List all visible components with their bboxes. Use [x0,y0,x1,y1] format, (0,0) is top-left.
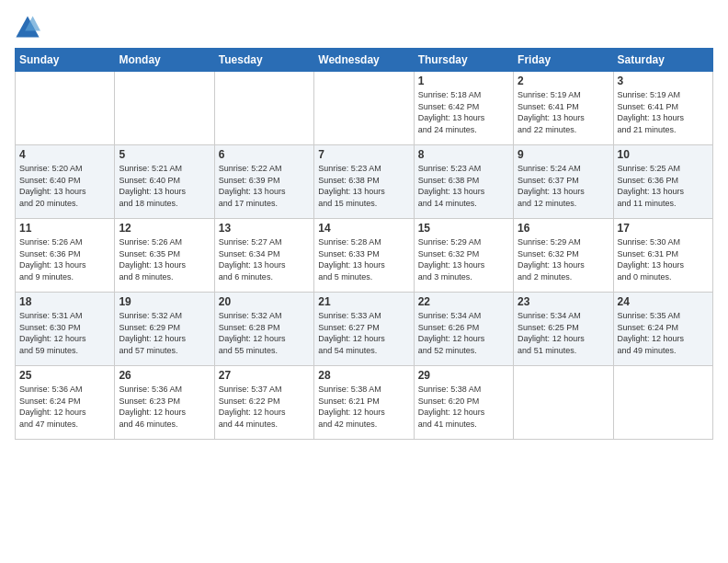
day-number: 9 [518,148,609,161]
calendar-cell: 8Sunrise: 5:23 AMSunset: 6:38 PMDaylight… [414,145,513,219]
day-number: 1 [418,75,509,87]
calendar-cell: 13Sunrise: 5:27 AMSunset: 6:34 PMDayligh… [214,219,313,293]
calendar-cell: 15Sunrise: 5:29 AMSunset: 6:32 PMDayligh… [414,219,513,293]
calendar-cell: 6Sunrise: 5:22 AMSunset: 6:39 PMDaylight… [214,145,313,219]
calendar-cell: 2Sunrise: 5:19 AMSunset: 6:41 PMDaylight… [514,72,613,145]
day-header-sunday: Sunday [16,49,115,72]
day-header-wednesday: Wednesday [314,49,414,72]
calendar-cell: 24Sunrise: 5:35 AMSunset: 6:24 PMDayligh… [613,293,712,366]
day-info: Sunrise: 5:19 AMSunset: 6:41 PMDaylight:… [618,89,709,135]
day-info: Sunrise: 5:37 AMSunset: 6:22 PMDaylight:… [219,384,310,430]
day-number: 19 [119,295,210,308]
day-info: Sunrise: 5:24 AMSunset: 6:37 PMDaylight:… [518,163,609,209]
calendar-week-2: 4Sunrise: 5:20 AMSunset: 6:40 PMDaylight… [16,145,713,219]
day-info: Sunrise: 5:25 AMSunset: 6:36 PMDaylight:… [618,163,709,209]
day-info: Sunrise: 5:26 AMSunset: 6:36 PMDaylight:… [19,236,110,282]
day-number: 22 [418,295,509,308]
day-info: Sunrise: 5:28 AMSunset: 6:33 PMDaylight:… [318,236,409,282]
day-number: 27 [219,369,310,382]
day-number: 12 [119,222,210,235]
calendar-cell: 20Sunrise: 5:32 AMSunset: 6:28 PMDayligh… [214,293,313,366]
day-number: 23 [518,295,609,308]
calendar-cell [115,72,214,145]
day-number: 6 [219,148,310,161]
day-number: 25 [19,369,110,382]
day-info: Sunrise: 5:22 AMSunset: 6:39 PMDaylight:… [219,163,310,209]
calendar-week-5: 25Sunrise: 5:36 AMSunset: 6:24 PMDayligh… [16,366,713,440]
day-number: 15 [418,222,509,235]
day-info: Sunrise: 5:23 AMSunset: 6:38 PMDaylight:… [318,163,409,209]
calendar-table: SundayMondayTuesdayWednesdayThursdayFrid… [15,48,713,440]
calendar-cell: 16Sunrise: 5:29 AMSunset: 6:32 PMDayligh… [514,219,613,293]
day-number: 18 [19,295,110,308]
page-header [15,15,713,40]
day-header-thursday: Thursday [414,49,513,72]
calendar-cell: 4Sunrise: 5:20 AMSunset: 6:40 PMDaylight… [16,145,115,219]
day-info: Sunrise: 5:18 AMSunset: 6:42 PMDaylight:… [418,89,509,135]
calendar-cell: 3Sunrise: 5:19 AMSunset: 6:41 PMDaylight… [613,72,712,145]
calendar-cell: 21Sunrise: 5:33 AMSunset: 6:27 PMDayligh… [314,293,414,366]
calendar-cell [314,72,414,145]
day-number: 11 [19,222,110,235]
day-info: Sunrise: 5:27 AMSunset: 6:34 PMDaylight:… [219,236,310,282]
day-number: 4 [19,148,110,161]
calendar-week-1: 1Sunrise: 5:18 AMSunset: 6:42 PMDaylight… [16,72,713,145]
calendar-cell: 19Sunrise: 5:32 AMSunset: 6:29 PMDayligh… [115,293,214,366]
logo [15,15,44,40]
calendar-cell: 14Sunrise: 5:28 AMSunset: 6:33 PMDayligh… [314,219,414,293]
calendar-cell: 7Sunrise: 5:23 AMSunset: 6:38 PMDaylight… [314,145,414,219]
calendar-cell: 10Sunrise: 5:25 AMSunset: 6:36 PMDayligh… [613,145,712,219]
day-header-friday: Friday [514,49,613,72]
day-info: Sunrise: 5:33 AMSunset: 6:27 PMDaylight:… [318,310,409,356]
day-number: 10 [618,148,709,161]
calendar-cell [214,72,313,145]
calendar-cell: 5Sunrise: 5:21 AMSunset: 6:40 PMDaylight… [115,145,214,219]
calendar-cell: 25Sunrise: 5:36 AMSunset: 6:24 PMDayligh… [16,366,115,440]
calendar-cell: 28Sunrise: 5:38 AMSunset: 6:21 PMDayligh… [314,366,414,440]
day-info: Sunrise: 5:32 AMSunset: 6:29 PMDaylight:… [119,310,210,356]
calendar-week-3: 11Sunrise: 5:26 AMSunset: 6:36 PMDayligh… [16,219,713,293]
day-number: 17 [618,222,709,235]
day-info: Sunrise: 5:23 AMSunset: 6:38 PMDaylight:… [418,163,509,209]
calendar-cell: 27Sunrise: 5:37 AMSunset: 6:22 PMDayligh… [214,366,313,440]
day-info: Sunrise: 5:36 AMSunset: 6:23 PMDaylight:… [119,384,210,430]
day-number: 26 [119,369,210,382]
day-header-saturday: Saturday [613,49,712,72]
calendar-cell: 23Sunrise: 5:34 AMSunset: 6:25 PMDayligh… [514,293,613,366]
day-number: 2 [518,75,609,87]
day-info: Sunrise: 5:36 AMSunset: 6:24 PMDaylight:… [19,384,110,430]
calendar-cell [16,72,115,145]
day-number: 29 [418,369,509,382]
day-info: Sunrise: 5:34 AMSunset: 6:25 PMDaylight:… [518,310,609,356]
day-info: Sunrise: 5:29 AMSunset: 6:32 PMDaylight:… [418,236,509,282]
calendar-cell: 29Sunrise: 5:38 AMSunset: 6:20 PMDayligh… [414,366,513,440]
day-info: Sunrise: 5:21 AMSunset: 6:40 PMDaylight:… [119,163,210,209]
calendar-cell: 12Sunrise: 5:26 AMSunset: 6:35 PMDayligh… [115,219,214,293]
day-info: Sunrise: 5:20 AMSunset: 6:40 PMDaylight:… [19,163,110,209]
calendar-cell: 11Sunrise: 5:26 AMSunset: 6:36 PMDayligh… [16,219,115,293]
day-header-tuesday: Tuesday [214,49,313,72]
calendar-cell: 26Sunrise: 5:36 AMSunset: 6:23 PMDayligh… [115,366,214,440]
calendar-cell: 18Sunrise: 5:31 AMSunset: 6:30 PMDayligh… [16,293,115,366]
day-number: 13 [219,222,310,235]
calendar-cell: 9Sunrise: 5:24 AMSunset: 6:37 PMDaylight… [514,145,613,219]
day-info: Sunrise: 5:29 AMSunset: 6:32 PMDaylight:… [518,236,609,282]
day-info: Sunrise: 5:26 AMSunset: 6:35 PMDaylight:… [119,236,210,282]
logo-icon [15,15,40,40]
header-row: SundayMondayTuesdayWednesdayThursdayFrid… [16,49,713,72]
day-info: Sunrise: 5:30 AMSunset: 6:31 PMDaylight:… [618,236,709,282]
day-number: 7 [318,148,409,161]
day-number: 21 [318,295,409,308]
day-info: Sunrise: 5:38 AMSunset: 6:20 PMDaylight:… [418,384,509,430]
day-number: 3 [618,75,709,87]
day-info: Sunrise: 5:34 AMSunset: 6:26 PMDaylight:… [418,310,509,356]
calendar-week-4: 18Sunrise: 5:31 AMSunset: 6:30 PMDayligh… [16,293,713,366]
calendar-cell [514,366,613,440]
day-number: 5 [119,148,210,161]
day-number: 14 [318,222,409,235]
day-number: 8 [418,148,509,161]
day-number: 28 [318,369,409,382]
day-info: Sunrise: 5:31 AMSunset: 6:30 PMDaylight:… [19,310,110,356]
day-number: 20 [219,295,310,308]
day-info: Sunrise: 5:32 AMSunset: 6:28 PMDaylight:… [219,310,310,356]
